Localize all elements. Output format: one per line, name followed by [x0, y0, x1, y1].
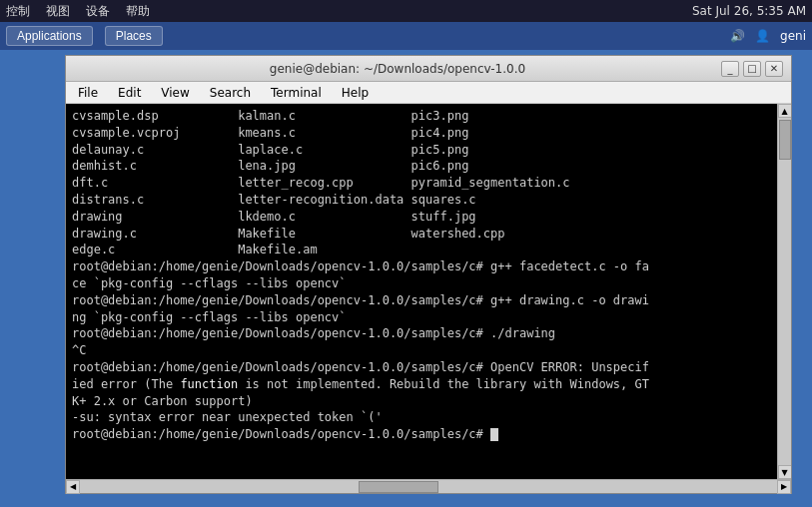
sysmenu-item-control[interactable]: 控制 [6, 3, 30, 20]
terminal-content[interactable]: cvsample.dsp kalman.c pic3.png cvsample.… [66, 104, 777, 479]
hscroll-right-button[interactable]: ▶ [777, 480, 791, 494]
taskbar-right: 🔊 👤 geni [730, 29, 806, 43]
cmd-line-7: root@debian:/home/genie/Downloads/opencv… [72, 359, 771, 376]
cmd-line-4: ng `pkg-config --cflags --libs opencv` [72, 309, 771, 326]
menu-search[interactable]: Search [202, 84, 259, 102]
sysmenu-item-view[interactable]: 视图 [46, 3, 70, 20]
terminal-with-scroll: cvsample.dsp kalman.c pic3.png cvsample.… [66, 104, 791, 479]
taskbar-applications[interactable]: Applications [6, 26, 93, 46]
system-clock: Sat Jul 26, 5:35 AM [692, 4, 806, 18]
scrollbar-down-button[interactable]: ▼ [778, 465, 792, 479]
file-row-5: dft.c letter_recog.cpp pyramid_segmentat… [72, 175, 771, 192]
user-icon[interactable]: 👤 [755, 29, 770, 43]
wm-minimize-button[interactable]: _ [721, 61, 739, 77]
terminal-titlebar: genie@debian: ~/Downloads/opencv-1.0.0 _… [66, 56, 791, 82]
terminal-title: genie@debian: ~/Downloads/opencv-1.0.0 [74, 62, 721, 76]
hscroll-left-button[interactable]: ◀ [66, 480, 80, 494]
menu-edit[interactable]: Edit [110, 84, 149, 102]
cmd-line-2: ce `pkg-config --cflags --libs opencv` [72, 275, 771, 292]
volume-icon[interactable]: 🔊 [730, 29, 745, 43]
taskbar-places[interactable]: Places [105, 26, 163, 46]
file-row-9: edge.c Makefile.am [72, 242, 771, 258]
sysmenu-item-help[interactable]: 帮助 [126, 3, 150, 20]
file-row-1: cvsample.dsp kalman.c pic3.png [72, 108, 771, 125]
file-row-7: drawing lkdemo.c stuff.jpg [72, 209, 771, 226]
cmd-line-10: -su: syntax error near unexpected token … [72, 409, 771, 426]
terminal-window: genie@debian: ~/Downloads/opencv-1.0.0 _… [65, 55, 792, 494]
cmd-line-3: root@debian:/home/genie/Downloads/opencv… [72, 292, 771, 309]
cmd-line-8: ied error (The function is not implement… [72, 376, 771, 393]
scrollbar-track: ▲ ▼ [777, 104, 791, 479]
menu-terminal[interactable]: Terminal [263, 84, 330, 102]
file-row-3: delaunay.c laplace.c pic5.png [72, 142, 771, 159]
hscroll-thumb[interactable] [359, 481, 438, 493]
file-row-8: drawing.c Makefile watershed.cpp [72, 226, 771, 243]
menu-help[interactable]: Help [334, 84, 377, 102]
hscrollbar: ◀ ▶ [66, 479, 791, 493]
terminal-menubar: File Edit View Search Terminal Help [66, 82, 791, 104]
scrollbar-up-button[interactable]: ▲ [778, 104, 792, 118]
cmd-line-5: root@debian:/home/genie/Downloads/opencv… [72, 325, 771, 342]
file-row-4: demhist.c lena.jpg pic6.png [72, 158, 771, 175]
taskbar-user-label: geni [780, 29, 806, 43]
taskbar: Applications Places 🔊 👤 geni [0, 22, 812, 50]
system-menubar: 控制 视图 设备 帮助 Sat Jul 26, 5:35 AM [0, 0, 812, 22]
cmd-line-6: ^C [72, 342, 771, 359]
menu-view[interactable]: View [153, 84, 197, 102]
sysmenu-item-device[interactable]: 设备 [86, 3, 110, 20]
wm-maximize-button[interactable]: □ [743, 61, 761, 77]
file-row-2: cvsample.vcproj kmeans.c pic4.png [72, 125, 771, 142]
scrollbar-thumb[interactable] [779, 120, 791, 160]
wm-buttons: _ □ ✕ [721, 61, 783, 77]
cmd-line-11: root@debian:/home/genie/Downloads/opencv… [72, 426, 771, 443]
file-row-6: distrans.c letter-recognition.data squar… [72, 192, 771, 209]
cmd-line-9: K+ 2.x or Carbon support) [72, 393, 771, 410]
system-menubar-right: Sat Jul 26, 5:35 AM [692, 4, 806, 18]
wm-close-button[interactable]: ✕ [765, 61, 783, 77]
menu-file[interactable]: File [70, 84, 106, 102]
hscroll-track[interactable] [80, 480, 777, 493]
cmd-line-1: root@debian:/home/genie/Downloads/opencv… [72, 258, 771, 275]
